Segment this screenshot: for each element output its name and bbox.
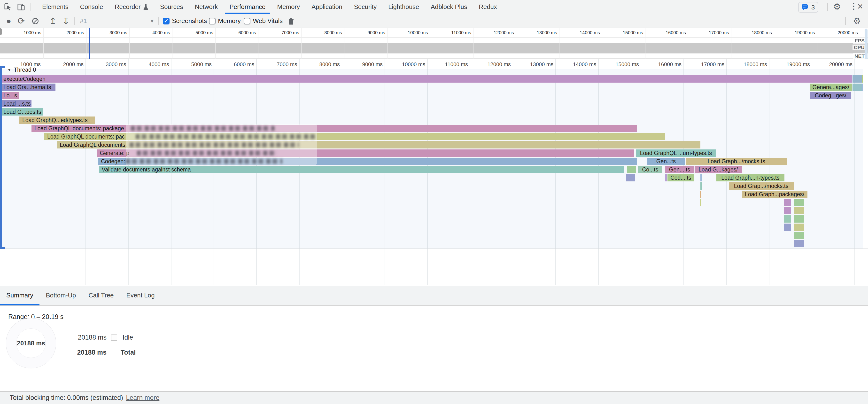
delete-profile-icon[interactable]: [286, 14, 297, 28]
flame-block[interactable]: [626, 174, 635, 181]
flame-bar[interactable]: Validate documents against schema: [99, 166, 624, 173]
flame-block[interactable]: [701, 191, 702, 198]
flame-bar[interactable]: Load GraphQL documents: package: [31, 125, 637, 132]
screenshots-checkbox[interactable]: ✓ Screenshots: [163, 14, 207, 28]
load-profile-icon[interactable]: ↥: [48, 14, 58, 28]
flame-block[interactable]: [701, 182, 702, 190]
thread-header[interactable]: ▼ Thread 0: [7, 67, 36, 73]
divider: [31, 3, 31, 11]
checkbox-checked-icon: ✓: [163, 18, 169, 25]
timeline-overview[interactable]: 1000 ms2000 ms3000 ms4000 ms5000 ms6000 …: [0, 28, 868, 59]
tab-recorder[interactable]: Recorder: [109, 0, 154, 14]
flame-bar[interactable]: executeCodegen: [0, 75, 852, 83]
tab-application[interactable]: Application: [306, 0, 348, 14]
flame-block[interactable]: [794, 232, 804, 239]
settings-gear-icon[interactable]: ⚙: [833, 2, 841, 11]
legend-swatch-idle: [111, 335, 117, 341]
tab-lighthouse[interactable]: Lighthouse: [382, 0, 425, 14]
profile-select-arrow-icon[interactable]: ▼: [147, 14, 157, 28]
tab-security[interactable]: Security: [348, 0, 382, 14]
details-tab-event-log[interactable]: Event Log: [120, 286, 161, 305]
flame-block[interactable]: [794, 215, 804, 223]
flame-bar[interactable]: Load G...kages/: [694, 166, 742, 173]
flame-block[interactable]: [852, 84, 862, 91]
record-icon[interactable]: ●: [4, 14, 13, 28]
save-profile-icon[interactable]: ↧: [61, 14, 71, 28]
memory-checkbox[interactable]: Memory: [209, 14, 241, 28]
flame-bar[interactable]: Gen...ts: [647, 158, 685, 165]
tab-redux[interactable]: Redux: [473, 0, 503, 14]
issues-badge[interactable]: 3: [798, 2, 818, 12]
flame-bar[interactable]: Lo...s: [0, 92, 20, 99]
flame-block[interactable]: [665, 174, 667, 181]
flame-block[interactable]: [862, 84, 863, 91]
flame-block[interactable]: [852, 75, 862, 83]
device-toolbar-icon[interactable]: [17, 3, 25, 11]
tab-console[interactable]: Console: [74, 0, 109, 14]
details-tab-summary[interactable]: Summary: [0, 286, 39, 305]
flame-block[interactable]: [701, 174, 702, 181]
flame-bar[interactable]: Load Graph...packages/: [742, 191, 807, 198]
clear-icon[interactable]: [31, 14, 40, 28]
details-tab-call-tree[interactable]: Call Tree: [82, 286, 120, 305]
flame-block[interactable]: [784, 199, 791, 206]
overview-scrollbar-thumb[interactable]: [865, 29, 868, 62]
flame-bar[interactable]: Load GraphQ...ed/types.ts: [20, 117, 95, 124]
thread-title: Thread 0: [14, 67, 36, 73]
total-blocking-time-text: Total blocking time: 0.00ms (estimated): [10, 394, 123, 402]
flame-bar[interactable]: Load Graph.../mocks.ts: [686, 158, 786, 165]
tab-network[interactable]: Network: [189, 0, 223, 14]
tab-elements[interactable]: Elements: [36, 0, 74, 14]
details-tab-bottom-up[interactable]: Bottom-Up: [39, 286, 82, 305]
learn-more-link[interactable]: Learn more: [126, 394, 159, 402]
profile-select[interactable]: #1: [80, 14, 99, 28]
legend-label: Idle: [123, 334, 133, 341]
divider: [158, 17, 159, 25]
flame-block[interactable]: [784, 215, 791, 223]
tab-memory[interactable]: Memory: [271, 0, 306, 14]
issues-count: 3: [811, 4, 815, 11]
donut-total-label: 20188 ms: [6, 340, 56, 347]
flame-block[interactable]: [862, 75, 863, 83]
messages-icon: [802, 4, 809, 10]
flame-bar[interactable]: Cod....ts: [668, 174, 694, 181]
flame-block[interactable]: [627, 166, 636, 173]
selection-bracket-top: [0, 66, 5, 68]
flame-block[interactable]: [794, 199, 804, 206]
tab-sources[interactable]: Sources: [154, 0, 189, 14]
flame-block[interactable]: [794, 223, 804, 231]
flame-block[interactable]: [701, 199, 701, 206]
summary-panel: Range: 0 – 20.19 s 20188 ms 20188 msIdle…: [0, 306, 868, 391]
flame-block[interactable]: [784, 223, 791, 231]
flame-chart[interactable]: 1000 ms2000 ms3000 ms4000 ms5000 ms6000 …: [0, 59, 868, 285]
close-devtools-icon[interactable]: ×: [857, 1, 863, 11]
flame-bar[interactable]: Gen....ts: [665, 166, 694, 173]
flask-icon: [143, 4, 149, 10]
flame-bar[interactable]: Load ...s.ts: [0, 100, 31, 107]
divider: [845, 17, 846, 25]
flame-bar[interactable]: Genera...ages/: [810, 84, 852, 91]
tab-performance[interactable]: Performance: [223, 0, 271, 14]
tab-adblock-plus[interactable]: Adblock Plus: [425, 0, 473, 14]
web-vitals-checkbox[interactable]: Web Vitals: [244, 14, 283, 28]
flame-bar[interactable]: Load GraphQL ...urn-types.ts: [636, 150, 716, 157]
flame-bar[interactable]: Load G...pes.ts: [0, 108, 43, 116]
flame-block[interactable]: [794, 207, 804, 214]
flame-block[interactable]: [794, 240, 804, 247]
divider: [827, 3, 828, 11]
selection-bracket: [0, 66, 2, 249]
summary-donut-chart: 20188 ms: [6, 318, 56, 368]
web-vitals-label: Web Vitals: [253, 17, 283, 25]
details-tabbar: SummaryBottom-UpCall TreeEvent Log: [0, 286, 868, 306]
inspect-element-icon[interactable]: [4, 3, 12, 11]
flame-bar[interactable]: Co...ts: [638, 166, 662, 173]
flame-bar[interactable]: Load Graph...n-types.ts: [716, 174, 784, 181]
track-bottom-border: [0, 249, 868, 249]
flame-bar[interactable]: Load Gra...hema.ts: [0, 84, 56, 91]
capture-settings-gear-icon[interactable]: ⚙: [851, 14, 862, 28]
flame-block[interactable]: [784, 207, 791, 214]
reload-and-record-icon[interactable]: ⟳: [17, 14, 26, 28]
flame-bar[interactable]: Codeg...ges/: [810, 92, 851, 99]
flame-bar[interactable]: Load Grap.../mocks.ts: [729, 182, 794, 190]
kebab-menu-icon[interactable]: ⋮: [849, 2, 858, 10]
